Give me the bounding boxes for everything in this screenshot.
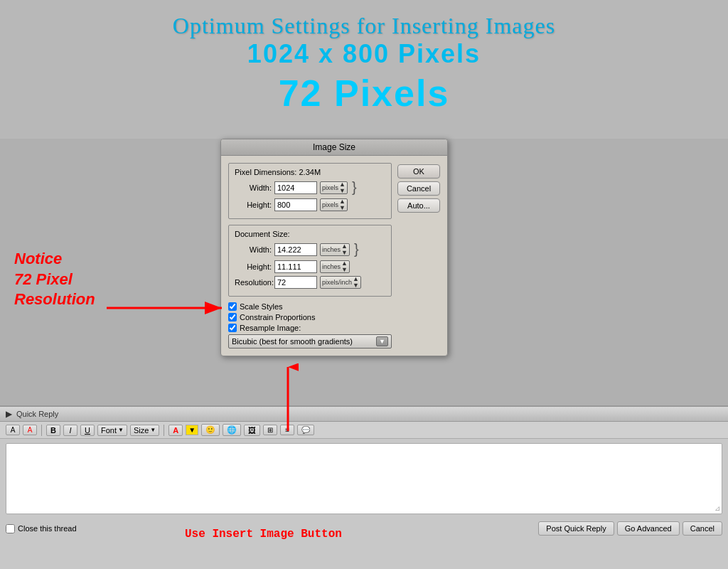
notice-text: Notice 72 Pixel Resolution [14, 249, 95, 310]
resolution-unit: pixels/inch [322, 279, 352, 286]
notice-arrow [107, 297, 228, 321]
pixel-dimensions-group: Pixel Dimensions: 2.34M Width: pixels ▲ … [228, 163, 392, 219]
doc-link-bracket: } [354, 241, 359, 257]
footer-right: Post Quick Reply Go Advanced Cancel [538, 521, 722, 536]
pixel-height-row: Height: pixels ▲ ▼ [235, 198, 385, 211]
close-thread-checkbox[interactable] [6, 524, 15, 533]
table-btn[interactable]: ⊞ [263, 425, 277, 435]
pixels-subtitle: 728 x 569 Pixels [0, 39, 728, 69]
doc-width-row: Width: inches ▲ ▼ } [235, 241, 385, 257]
doc-height-arrows[interactable]: ▲ ▼ [341, 260, 348, 273]
scale-styles-label: Scale Styles [240, 302, 283, 311]
pixel-width-row: Width: pixels ▲ ▼ } [235, 179, 385, 196]
doc-height-input[interactable] [274, 260, 317, 273]
font-color-btn[interactable]: A [168, 425, 183, 436]
pixel-width-input[interactable] [274, 181, 317, 194]
pixel-height-label: Height: [235, 201, 272, 209]
dialog-right-panel: OK Cancel Auto... [397, 163, 440, 349]
resolution-row: Resolution: pixels/inch ▲ ▼ [235, 276, 385, 289]
go-advanced-button[interactable]: Go Advanced [617, 521, 680, 536]
bold-button[interactable]: B [46, 425, 60, 436]
resample-row: Resample Image: [228, 324, 392, 332]
resolution-arrows[interactable]: ▲ ▼ [353, 276, 359, 289]
resample-checkbox[interactable] [228, 324, 237, 332]
pixel-height-select[interactable]: pixels ▲ ▼ [320, 198, 348, 211]
main-title: Optimum Settings for Inserting Images [0, 13, 728, 39]
pixel-width-arrows[interactable]: ▲ ▼ [339, 181, 346, 194]
pixel-width-label: Width: [235, 184, 272, 192]
resolution-select[interactable]: pixels/inch ▲ ▼ [320, 276, 361, 289]
toolbar-divider-1 [41, 425, 42, 436]
italic-button[interactable]: I [63, 425, 77, 436]
right-arrow-svg [107, 297, 228, 319]
reply-textarea-wrap: ⊿ [6, 443, 722, 514]
quote-btn[interactable]: 💬 [297, 425, 314, 435]
quick-reply-titlebar: ▶ Quick Reply [0, 407, 728, 422]
scale-styles-checkbox[interactable] [228, 302, 237, 311]
editor-toolbar: A A B I U Font ▼ Size ▼ A ▼ 🙂 🌐 🖼 ⊞ ≡ 💬 [0, 422, 728, 439]
doc-width-input[interactable] [274, 243, 317, 256]
document-size-group: Document Size: Width: inches ▲ ▼ } Heigh… [228, 225, 392, 297]
image-size-dialog: Image Size Pixel Dimensions: 2.34M Width… [220, 139, 448, 356]
resample-select[interactable]: Bicubic (best for smooth gradients) ▼ [228, 334, 392, 349]
resolution-label: Resolution: [235, 278, 272, 287]
up-arrow-svg [277, 363, 299, 435]
close-thread-label: Close this thread [18, 524, 77, 533]
insert-image-label: Use Insert Image Button [185, 528, 342, 541]
cancel-button[interactable]: Cancel [397, 181, 440, 196]
quick-reply-footer: Close this thread Post Quick Reply Go Ad… [0, 519, 728, 538]
dialog-title: Image Size [313, 142, 355, 152]
constrain-label: Constrain Proportions [240, 313, 315, 321]
doc-width-select[interactable]: inches ▲ ▼ [320, 243, 350, 256]
size-select[interactable]: Size ▼ [130, 425, 159, 436]
resolution-subtitle: 72 Pixels [0, 72, 728, 115]
pixel-width-unit: pixels [322, 184, 338, 191]
resample-label: Resample Image: [240, 324, 301, 332]
smiley-btn[interactable]: 🙂 [201, 424, 220, 436]
size-select-label: Size [134, 426, 149, 435]
reply-textarea[interactable] [6, 444, 722, 514]
constrain-checkbox[interactable] [228, 313, 237, 321]
post-quick-reply-button[interactable]: Post Quick Reply [538, 521, 614, 536]
top-area: Optimum Settings for Inserting Images 10… [0, 0, 728, 139]
font-size-icon-btn[interactable]: A [6, 425, 20, 435]
doc-width-label: Width: [235, 245, 272, 254]
font-color-icon-btn[interactable]: A [23, 425, 37, 435]
quick-reply-title: Quick Reply [16, 410, 58, 418]
footer-left: Close this thread [6, 524, 77, 533]
ok-button[interactable]: OK [397, 164, 440, 179]
font-select-arrow: ▼ [118, 427, 124, 433]
resample-value: Bicubic (best for smooth gradients) [232, 337, 353, 346]
pixel-width-select[interactable]: pixels ▲ ▼ [320, 181, 348, 194]
doc-height-unit: inches [322, 263, 341, 270]
image-btn[interactable]: 🖼 [244, 425, 260, 436]
resize-handle[interactable]: ⊿ [714, 504, 720, 512]
doc-height-select[interactable]: inches ▲ ▼ [320, 260, 350, 273]
underline-button[interactable]: U [80, 425, 95, 436]
font-select-label: Font [101, 426, 117, 435]
notice-line3: Resolution [14, 289, 95, 310]
toolbar-divider-2 [164, 425, 164, 436]
document-size-label: Document Size: [235, 230, 385, 238]
dialog-titlebar: Image Size [221, 139, 447, 156]
footer-cancel-button[interactable]: Cancel [682, 521, 722, 536]
resolution-input[interactable] [274, 276, 317, 289]
notice-line2: 72 Pixel [14, 270, 95, 290]
doc-height-row: Height: inches ▲ ▼ [235, 260, 385, 273]
quick-reply-panel: ▶ Quick Reply A A B I U Font ▼ Size ▼ A … [0, 405, 728, 569]
notice-line1: Notice [14, 249, 95, 270]
dialog-body: Pixel Dimensions: 2.34M Width: pixels ▲ … [221, 156, 447, 356]
font-select[interactable]: Font ▼ [97, 425, 127, 436]
dialog-left-panel: Pixel Dimensions: 2.34M Width: pixels ▲ … [228, 163, 392, 349]
doc-width-arrows[interactable]: ▲ ▼ [341, 243, 348, 256]
globe-btn[interactable]: 🌐 [223, 424, 241, 436]
insert-image-arrow [277, 363, 299, 437]
size-select-arrow: ▼ [150, 427, 156, 433]
resample-dropdown-arrow[interactable]: ▼ [376, 336, 388, 346]
quick-reply-icon: ▶ [6, 409, 12, 419]
auto-button[interactable]: Auto... [397, 198, 440, 213]
pixel-link-bracket: } [352, 179, 357, 196]
doc-width-unit: inches [322, 246, 341, 253]
pixel-height-input[interactable] [274, 198, 317, 211]
pixel-height-arrows[interactable]: ▲ ▼ [339, 198, 346, 211]
